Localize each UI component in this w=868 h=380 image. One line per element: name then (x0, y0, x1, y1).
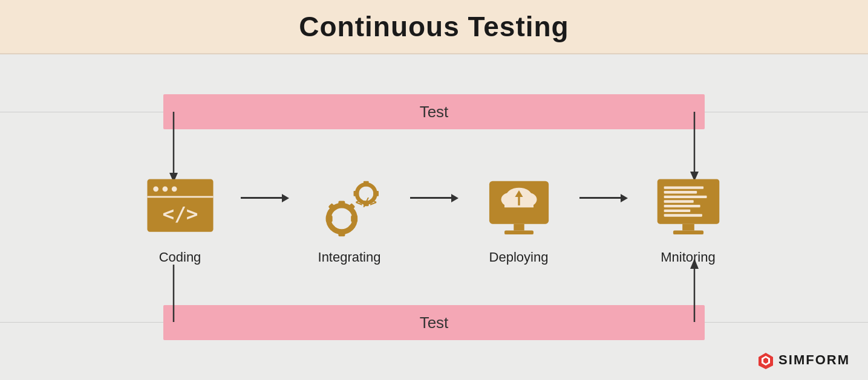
simform-logo-text: SIMFORM (778, 352, 850, 368)
simform-logo-icon (757, 351, 775, 369)
deploying-icon (483, 176, 555, 242)
stage-integrating: </> Integrating (289, 176, 410, 265)
page-container: Continuous Testing Test Test (0, 0, 868, 380)
svg-rect-43 (664, 196, 706, 198)
coding-label: Coding (159, 250, 201, 265)
monitoring-label: Mnitoring (661, 250, 715, 265)
svg-rect-49 (673, 230, 703, 234)
svg-rect-41 (664, 186, 703, 188)
svg-text:</>: </> (162, 202, 198, 225)
simform-logo: SIMFORM (757, 351, 850, 369)
stage-monitoring: Mnitoring (628, 176, 749, 265)
svg-rect-44 (664, 200, 693, 202)
test-bar-top: Test (163, 94, 705, 129)
header: Continuous Testing (0, 0, 868, 54)
integrating-icon: </> (313, 176, 386, 242)
svg-rect-18 (351, 215, 357, 222)
monitoring-icon (652, 176, 725, 242)
integrating-label: Integrating (318, 250, 381, 265)
stage-deploying: Deploying (458, 176, 579, 265)
svg-rect-25 (363, 181, 368, 187)
svg-rect-17 (325, 215, 332, 222)
arrow-1 (241, 194, 289, 202)
page-title: Continuous Testing (299, 10, 569, 43)
main-content: Test Test (0, 54, 868, 380)
arrow-2 (410, 194, 458, 202)
svg-rect-16 (338, 230, 345, 236)
svg-rect-45 (664, 205, 700, 207)
icons-row: </> Coding (120, 176, 749, 265)
svg-point-10 (171, 186, 177, 192)
deploying-label: Deploying (489, 250, 549, 265)
svg-rect-47 (664, 214, 702, 216)
coding-icon: </> (144, 176, 217, 242)
svg-point-9 (162, 186, 168, 192)
svg-rect-46 (664, 210, 690, 212)
stage-coding: </> Coding (120, 176, 241, 265)
svg-rect-48 (682, 224, 694, 231)
svg-point-8 (153, 186, 158, 192)
arrow-3 (579, 194, 628, 202)
svg-rect-15 (338, 201, 345, 207)
svg-rect-38 (504, 230, 534, 234)
svg-text:</>: </> (355, 195, 376, 209)
svg-rect-37 (514, 224, 524, 231)
svg-point-14 (336, 213, 347, 224)
svg-rect-42 (664, 191, 697, 193)
test-bar-bottom: Test (163, 305, 705, 340)
